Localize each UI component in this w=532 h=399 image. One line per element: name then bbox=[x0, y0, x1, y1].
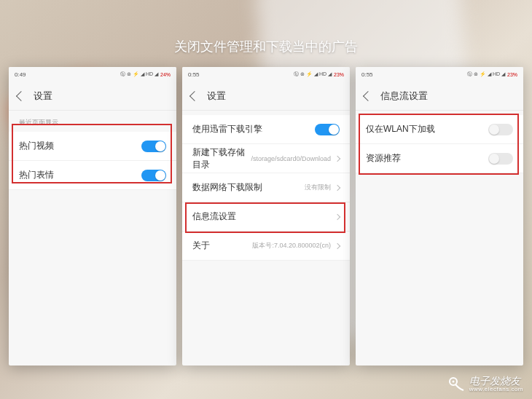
header-title: 信息流设置 bbox=[380, 90, 428, 103]
section-label: 最近页面显示 bbox=[9, 111, 176, 132]
watermark: 电子发烧友 www.elecfans.com bbox=[447, 376, 523, 393]
toggle-xunlei[interactable] bbox=[315, 124, 340, 135]
watermark-url: www.elecfans.com bbox=[469, 387, 523, 393]
battery-level: 23% bbox=[507, 72, 517, 77]
settings-header: 设置 bbox=[182, 82, 350, 111]
header-title: 设置 bbox=[34, 90, 52, 103]
chevron-right-icon bbox=[335, 155, 340, 161]
toggle-hot-video[interactable] bbox=[141, 141, 166, 152]
row-hot-emoji[interactable]: 热门表情 bbox=[9, 161, 176, 190]
status-icons: ⓑ ⊚ ⚡ ◢ HD ◢ 23% bbox=[294, 71, 344, 78]
logo-icon bbox=[447, 376, 465, 393]
feed-settings-header: 信息流设置 bbox=[356, 82, 523, 111]
chevron-right-icon bbox=[335, 184, 340, 190]
phone-3: 0:55 ⓑ ⊚ ⚡ ◢ HD ◢ 23% 信息流设置 仅在WLAN下加载 资源… bbox=[356, 67, 523, 366]
row-label: 信息流设置 bbox=[192, 210, 335, 223]
battery-level: 24% bbox=[160, 72, 171, 77]
row-label: 仅在WLAN下加载 bbox=[366, 123, 488, 135]
row-label: 新建下载存储目录 bbox=[192, 146, 251, 171]
toggle-wlan-only[interactable] bbox=[488, 124, 513, 135]
row-resource-recommend[interactable]: 资源推荐 bbox=[356, 144, 523, 173]
phone-2: 0:55 ⓑ ⊚ ⚡ ◢ HD ◢ 23% 设置 使用迅雷下载引擎 新建下载存储… bbox=[182, 67, 350, 366]
phone-screenshots: 0:49 ⓑ ⊚ ⚡ ◢ HD ◢ 24% 设置 最近页面显示 热门视频 热门表… bbox=[0, 67, 532, 366]
status-bar: 0:49 ⓑ ⊚ ⚡ ◢ HD ◢ 24% bbox=[9, 67, 176, 82]
row-data-limit[interactable]: 数据网络下载限制 没有限制 bbox=[182, 173, 350, 202]
row-label: 资源推荐 bbox=[366, 152, 488, 165]
row-value: /storage/sdcard0/Download bbox=[251, 155, 331, 162]
row-label: 使用迅雷下载引擎 bbox=[192, 123, 315, 135]
back-icon[interactable] bbox=[363, 90, 373, 100]
row-label: 关于 bbox=[192, 240, 252, 252]
toggle-hot-emoji[interactable] bbox=[141, 170, 166, 181]
row-download-dir[interactable]: 新建下载存储目录 /storage/sdcard0/Download bbox=[182, 144, 350, 173]
settings-header: 设置 bbox=[9, 82, 176, 111]
back-icon[interactable] bbox=[189, 90, 200, 100]
row-label: 热门表情 bbox=[19, 169, 141, 181]
back-icon[interactable] bbox=[16, 90, 26, 100]
status-time: 0:49 bbox=[15, 71, 26, 78]
status-time: 0:55 bbox=[188, 71, 200, 78]
toggle-resource-recommend[interactable] bbox=[488, 153, 513, 165]
row-label: 热门视频 bbox=[19, 140, 141, 152]
row-value: 版本号:7.04.20.800002(cn) bbox=[252, 241, 331, 250]
row-xunlei-engine[interactable]: 使用迅雷下载引擎 bbox=[182, 115, 350, 144]
watermark-name: 电子发烧友 bbox=[469, 376, 523, 387]
row-value: 没有限制 bbox=[305, 183, 331, 192]
row-about[interactable]: 关于 版本号:7.04.20.800002(cn) bbox=[182, 232, 350, 261]
chevron-right-icon bbox=[335, 213, 340, 219]
row-wlan-only[interactable]: 仅在WLAN下加载 bbox=[356, 115, 523, 144]
svg-point-1 bbox=[452, 380, 454, 382]
row-feed-settings[interactable]: 信息流设置 bbox=[182, 202, 350, 232]
phone-1: 0:49 ⓑ ⊚ ⚡ ◢ HD ◢ 24% 设置 最近页面显示 热门视频 热门表… bbox=[9, 67, 176, 366]
status-icons: ⓑ ⊚ ⚡ ◢ HD ◢ 23% bbox=[467, 71, 517, 78]
chevron-right-icon bbox=[335, 242, 340, 248]
status-icons: ⓑ ⊚ ⚡ ◢ HD ◢ 24% bbox=[120, 71, 171, 78]
row-hot-video[interactable]: 热门视频 bbox=[9, 132, 176, 161]
status-bar: 0:55 ⓑ ⊚ ⚡ ◢ HD ◢ 23% bbox=[182, 67, 350, 82]
battery-level: 23% bbox=[334, 72, 344, 77]
status-time: 0:55 bbox=[361, 71, 373, 78]
header-title: 设置 bbox=[207, 90, 226, 103]
status-bar: 0:55 ⓑ ⊚ ⚡ ◢ HD ◢ 23% bbox=[356, 67, 523, 82]
row-label: 数据网络下载限制 bbox=[192, 181, 305, 194]
page-title: 关闭文件管理和下载当中的广告 bbox=[174, 38, 358, 55]
